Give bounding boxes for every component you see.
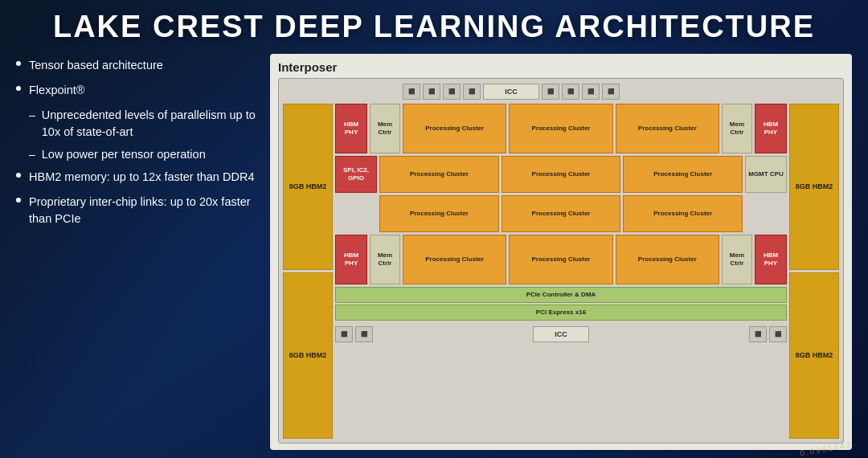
content-area: Tensor based architecture Flexpoint® – U…	[16, 54, 852, 450]
hbm-phy-4: HBM PHY	[755, 235, 787, 284]
processing-8: Processing Cluster	[502, 195, 621, 232]
connector-7: ⬛	[582, 84, 600, 100]
chip-rows: 8GB HBM2 8GB HBM2 HBM PHY Mem Ctrlr Proc…	[283, 104, 839, 439]
bullet-parallelism-text: Unprecedented levels of parallelism up t…	[42, 107, 257, 141]
mgmt-chip: MGMT CPU	[745, 156, 787, 193]
pcie-ctrl-row: PCIe Controller & DMA	[335, 287, 787, 303]
bullet-dot-2	[16, 86, 21, 91]
hbm-phy-2: HBM PHY	[755, 104, 787, 153]
slide-title: LAKE CREST DEEP LEARNING ARCHITECTURE	[16, 10, 852, 44]
right-hbm-top: 8GB HBM2	[789, 104, 839, 270]
processing-12: Processing Cluster	[616, 235, 719, 284]
bullet-dot-4	[16, 198, 21, 202]
connector-5: ⬛	[542, 84, 559, 100]
connector-1: ⬛	[403, 84, 420, 100]
chip-row-1: HBM PHY Mem Ctrlr Processing Cluster Pro…	[335, 104, 787, 153]
chip-row-3: Processing Cluster Processing Cluster Pr…	[335, 195, 787, 232]
processing-10: Processing Cluster	[403, 235, 506, 284]
mem-ctrl-1: Mem Ctrlr	[370, 104, 400, 153]
bottom-connector-row: ⬛ ⬛ ICC ⬛ ⬛	[335, 325, 787, 343]
connector-b4: ⬛	[769, 326, 787, 342]
processing-11: Processing Cluster	[509, 235, 612, 284]
bullet-dot-3	[16, 173, 21, 178]
spi-chip: SPI, IC2, GPIO	[335, 156, 377, 193]
bullet-hbm2-text: HBM2 memory: up to 12x faster than DDR4	[29, 169, 254, 186]
bullet-low-power: – Low power per tensor operation	[29, 146, 257, 163]
pcie-section: PCIe Controller & DMA PCI Express x16	[335, 287, 787, 322]
dash-1: –	[29, 107, 35, 123]
mem-ctrl-3: Mem Ctrlr	[370, 235, 400, 284]
hbm-phy-3: HBM PHY	[335, 235, 367, 284]
right-hbm-column: 8GB HBM2 8GB HBM2	[789, 104, 839, 439]
bullet-tensor: Tensor based architecture	[16, 57, 257, 74]
mem-ctrl-2: Mem Ctrlr	[722, 104, 752, 153]
interposer-label: Interposer	[278, 60, 844, 74]
left-hbm-top: 8GB HBM2	[283, 104, 333, 270]
connector-4: ⬛	[463, 84, 481, 100]
bullet-hbm2: HBM2 memory: up to 12x faster than DDR4	[16, 169, 257, 186]
left-hbm-column: 8GB HBM2 8GB HBM2	[283, 104, 333, 439]
icc-bottom: ICC	[533, 326, 589, 342]
bullet-pcie: Proprietary inter-chip links: up to 20x …	[16, 194, 257, 227]
left-panel: Tensor based architecture Flexpoint® – U…	[16, 54, 257, 450]
bullet-pcie-text: Proprietary inter-chip links: up to 20x …	[29, 194, 257, 227]
processing-2: Processing Cluster	[509, 104, 612, 153]
bullet-parallelism: – Unprecedented levels of parallelism up…	[29, 107, 257, 141]
pcie-express: PCI Express x16	[335, 305, 787, 321]
bullet-flexpoint-text: Flexpoint®	[29, 82, 85, 99]
connector-b2: ⬛	[355, 326, 373, 342]
bullet-tensor-text: Tensor based architecture	[29, 57, 163, 74]
bullet-flexpoint: Flexpoint®	[16, 82, 257, 99]
chip-diagram: ⬛ ⬛ ⬛ ⬛ ICC ⬛ ⬛ ⬛ ⬛ 8GB	[278, 78, 844, 444]
pcie-controller: PCIe Controller & DMA	[335, 287, 787, 303]
processing-9: Processing Cluster	[623, 195, 743, 232]
processing-6: Processing Cluster	[623, 156, 743, 193]
pcie-x16-row: PCI Express x16	[335, 305, 787, 321]
top-connector-row: ⬛ ⬛ ⬛ ⬛ ICC ⬛ ⬛ ⬛ ⬛	[283, 83, 839, 100]
bullet-low-power-text: Low power per tensor operation	[42, 146, 206, 163]
chip-row-2: SPI, IC2, GPIO Processing Cluster Proces…	[335, 156, 787, 193]
chip-row-4: HBM PHY Mem Ctrlr Processing Cluster Pro…	[335, 235, 787, 284]
processing-3: Processing Cluster	[616, 104, 719, 153]
left-hbm-bottom: 8GB HBM2	[283, 272, 333, 439]
icc-top: ICC	[483, 84, 539, 100]
connector-6: ⬛	[562, 84, 579, 100]
slide: LAKE CREST DEEP LEARNING ARCHITECTURE Te…	[0, 0, 868, 458]
right-hbm-bottom: 8GB HBM2	[789, 272, 839, 439]
connector-8: ⬛	[602, 84, 620, 100]
processing-7: Processing Cluster	[379, 195, 499, 232]
architecture-diagram: Interposer ⬛ ⬛ ⬛ ⬛ ICC ⬛ ⬛	[270, 54, 852, 450]
mem-ctrl-4: Mem Ctrlr	[722, 235, 752, 284]
processing-5: Processing Cluster	[502, 156, 621, 193]
connector-2: ⬛	[423, 84, 440, 100]
processing-1: Processing Cluster	[403, 104, 506, 153]
processing-4: Processing Cluster	[379, 156, 499, 193]
connector-b1: ⬛	[335, 326, 353, 342]
bullet-dot	[16, 61, 21, 66]
connector-3: ⬛	[443, 84, 461, 100]
hbm-phy-1: HBM PHY	[335, 104, 367, 153]
dash-2: –	[29, 146, 35, 162]
connector-b3: ⬛	[749, 326, 767, 342]
middle-section: HBM PHY Mem Ctrlr Processing Cluster Pro…	[335, 104, 787, 439]
